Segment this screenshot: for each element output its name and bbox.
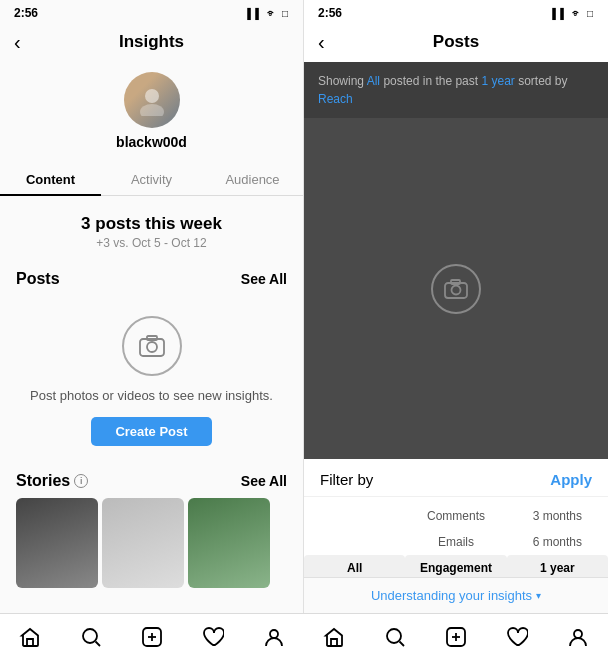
bottom-nav-left: [0, 613, 304, 665]
showing-sorted: sorted by: [515, 74, 568, 88]
nav-heart-left[interactable]: [202, 626, 224, 654]
username: blackw00d: [116, 134, 187, 150]
back-button-left[interactable]: ‹: [14, 31, 21, 54]
empty-posts-text: Post photos or videos to see new insight…: [30, 388, 273, 403]
right-panel: 2:56 ▌▌ ᯤ □ ‹ Posts Showing All posted i…: [304, 0, 608, 665]
posts-section-title: Posts: [16, 270, 60, 288]
showing-middle: posted in the past: [380, 74, 481, 88]
tab-audience[interactable]: Audience: [202, 162, 303, 195]
svg-point-14: [387, 629, 401, 643]
tab-activity[interactable]: Activity: [101, 162, 202, 195]
showing-bar: Showing All posted in the past 1 year so…: [304, 62, 608, 118]
svg-point-10: [270, 630, 278, 638]
svg-point-5: [83, 629, 97, 643]
chevron-down-icon: ▾: [536, 590, 541, 601]
story-thumb-1[interactable]: [16, 498, 98, 588]
stories-title: Stories: [16, 472, 70, 490]
page-title-left: Insights: [119, 32, 184, 52]
svg-point-12: [452, 285, 461, 294]
left-panel: 2:56 ▌▌ ᯤ □ ‹ Insights blackw00d Content…: [0, 0, 304, 665]
status-bar-left: 2:56 ▌▌ ᯤ □: [0, 0, 303, 24]
posts-image-area: [304, 118, 608, 459]
showing-all: All: [367, 74, 380, 88]
filter-option-empty2: [304, 529, 405, 555]
status-icons-right: ▌▌ ᯤ □: [552, 8, 594, 19]
story-thumb-2[interactable]: [102, 498, 184, 588]
svg-rect-13: [451, 280, 460, 284]
filter-option-6months[interactable]: 6 months: [507, 529, 608, 555]
stories-thumbnails: [0, 498, 303, 588]
camera-icon-right: [443, 276, 469, 302]
header-right: ‹ Posts: [304, 24, 608, 62]
stories-section: Stories i See All: [0, 462, 303, 588]
nav-profile-right[interactable]: [567, 626, 589, 654]
posts-week-section: 3 posts this week +3 vs. Oct 5 - Oct 12: [0, 196, 303, 256]
info-icon[interactable]: i: [74, 474, 88, 488]
back-button-right[interactable]: ‹: [318, 31, 325, 54]
time-left: 2:56: [14, 6, 38, 20]
camera-placeholder-icon: [431, 264, 481, 314]
empty-posts-section: Post photos or videos to see new insight…: [0, 296, 303, 462]
filter-option-comments[interactable]: Comments: [405, 503, 506, 529]
posts-see-all[interactable]: See All: [241, 271, 287, 287]
filter-by-label: Filter by: [320, 471, 373, 488]
story-thumb-3[interactable]: [188, 498, 270, 588]
filter-by-row: Filter by Apply: [304, 459, 608, 497]
camera-icon: [138, 332, 166, 360]
stories-header: Stories i See All: [0, 462, 303, 498]
page-title-right: Posts: [433, 32, 479, 52]
header-left: ‹ Insights: [0, 24, 303, 62]
nav-search-left[interactable]: [80, 626, 102, 654]
svg-point-0: [145, 89, 159, 103]
nav-home-left[interactable]: [19, 626, 41, 654]
status-bar-right: 2:56 ▌▌ ᯤ □: [304, 0, 608, 24]
posts-week-comparison: +3 vs. Oct 5 - Oct 12: [0, 236, 303, 250]
stories-title-wrap: Stories i: [16, 472, 88, 490]
svg-line-15: [400, 641, 405, 646]
bottom-nav-right: [304, 613, 608, 665]
nav-add-left[interactable]: [141, 626, 163, 654]
showing-prefix: Showing: [318, 74, 367, 88]
tabs-row: Content Activity Audience: [0, 162, 303, 196]
stories-see-all[interactable]: See All: [241, 473, 287, 489]
svg-point-3: [147, 342, 157, 352]
nav-heart-right[interactable]: [506, 626, 528, 654]
camera-circle: [122, 316, 182, 376]
tab-content[interactable]: Content: [0, 162, 101, 195]
nav-home-right[interactable]: [323, 626, 345, 654]
avatar-image-icon: [136, 84, 168, 116]
svg-point-1: [140, 104, 164, 116]
understanding-text: Understanding your insights: [371, 588, 532, 603]
nav-search-right[interactable]: [384, 626, 406, 654]
nav-add-right[interactable]: [445, 626, 467, 654]
avatar: [124, 72, 180, 128]
profile-section: blackw00d: [0, 62, 303, 158]
create-post-button[interactable]: Create Post: [91, 417, 211, 446]
nav-profile-left[interactable]: [263, 626, 285, 654]
posts-week-count: 3 posts this week: [0, 214, 303, 234]
filter-option-3months[interactable]: 3 months: [507, 503, 608, 529]
understanding-insights-bar[interactable]: Understanding your insights ▾: [304, 577, 608, 613]
time-right: 2:56: [318, 6, 342, 20]
status-icons-left: ▌▌ ᯤ □: [247, 8, 289, 19]
posts-section-header: Posts See All: [0, 256, 303, 296]
apply-button[interactable]: Apply: [550, 471, 592, 488]
svg-point-19: [574, 630, 582, 638]
svg-rect-4: [147, 336, 157, 340]
filter-option-empty1: [304, 503, 405, 529]
filter-option-emails[interactable]: Emails: [405, 529, 506, 555]
showing-year: 1 year: [481, 74, 514, 88]
showing-reach[interactable]: Reach: [318, 92, 353, 106]
svg-line-6: [96, 641, 101, 646]
